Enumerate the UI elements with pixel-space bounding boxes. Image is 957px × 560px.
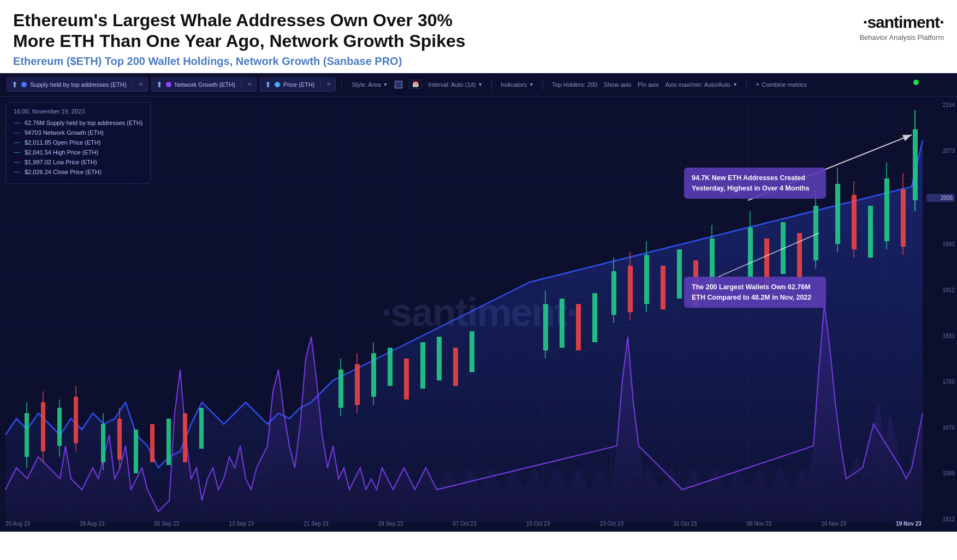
svg-rect-77 bbox=[852, 195, 857, 249]
tab-growth-label: Network Growth (ETH) bbox=[175, 81, 235, 88]
chart-area: ·santiment· bbox=[0, 97, 957, 528]
tab-supply-label: Supply held by top addresses (ETH) bbox=[30, 81, 127, 88]
tooltip-dash-1: — bbox=[14, 129, 20, 136]
axis-minmax-button[interactable]: Axis max/min: Auto/Auto ▼ bbox=[665, 81, 738, 88]
annotation-box-2: The 200 Largest Wallets Own 62.76M ETH C… bbox=[684, 277, 826, 308]
tooltip-row-0: — 62.76M Supply held by top addresses (E… bbox=[14, 119, 142, 127]
toolbar-divider-4 bbox=[746, 79, 747, 90]
tab-supply-close[interactable]: ✕ bbox=[139, 81, 143, 87]
svg-rect-35 bbox=[134, 430, 138, 473]
show-axis-button[interactable]: Show axis bbox=[604, 81, 631, 88]
annotation-text-2: The 200 Largest Wallets Own 62.76M ETH C… bbox=[692, 283, 811, 301]
svg-rect-71 bbox=[781, 222, 786, 274]
y-label-8: 1512 bbox=[926, 516, 955, 522]
tooltip-dash-2: — bbox=[14, 139, 20, 146]
interval-button[interactable]: Interval: Auto (1d) ▼ bbox=[429, 81, 483, 88]
tooltip-row-2: — $2,011.85 Open Price (ETH) bbox=[14, 139, 142, 146]
calendar-icon-btn[interactable]: 📅 bbox=[409, 80, 422, 89]
tab-price-close[interactable]: ✕ bbox=[326, 81, 331, 87]
svg-rect-52 bbox=[611, 271, 616, 315]
x-label-12: 19 Nov 23 bbox=[896, 521, 922, 527]
tooltip-date: 16:00, November 19, 2023 bbox=[14, 108, 142, 115]
pin-axis-button[interactable]: Pin axis bbox=[638, 81, 659, 88]
show-axis-label: Show axis bbox=[604, 81, 631, 88]
svg-rect-50 bbox=[453, 348, 458, 386]
style-button[interactable]: Style: Area ▼ bbox=[352, 81, 388, 88]
svg-rect-25 bbox=[41, 402, 45, 451]
tab-supply-menu[interactable]: ⋮ bbox=[130, 81, 135, 87]
annotation-box-1: 94.7K New ETH Addresses Created Yesterda… bbox=[684, 168, 826, 199]
indicators-arrow: ▼ bbox=[529, 82, 534, 87]
tooltip-text-3: $2,041.54 High Price (ETH) bbox=[25, 149, 98, 156]
svg-rect-56 bbox=[644, 255, 649, 304]
x-label-9: 31 Oct 23 bbox=[673, 521, 697, 527]
y-label-1: 2073 bbox=[926, 148, 955, 154]
tab-growth-close[interactable]: ✕ bbox=[247, 81, 252, 87]
chart-container: ⬆ Supply held by top addresses (ETH) ⋮ ✕… bbox=[0, 73, 957, 532]
svg-rect-54 bbox=[628, 266, 633, 312]
tab-price-label: Price (ETH) bbox=[283, 81, 314, 88]
toolbar: ⬆ Supply held by top addresses (ETH) ⋮ ✕… bbox=[0, 73, 957, 97]
tab-growth-menu[interactable]: ⋮ bbox=[239, 81, 244, 87]
svg-rect-51 bbox=[469, 331, 474, 372]
tooltip-box: 16:00, November 19, 2023 — 62.76M Supply… bbox=[5, 102, 151, 184]
tooltip-text-1: 94703 Network Growth (ETH) bbox=[25, 129, 104, 136]
santiment-logo: santiment bbox=[859, 12, 944, 32]
tooltip-row-4: — $1,997.02 Low Price (ETH) bbox=[14, 158, 142, 166]
interval-label: Interval: Auto (1d) bbox=[429, 81, 476, 88]
toolbar-divider-3 bbox=[543, 79, 543, 90]
svg-rect-58 bbox=[661, 266, 665, 309]
svg-rect-72 bbox=[797, 233, 802, 282]
x-label-10: 08 Nov 23 bbox=[747, 521, 772, 527]
svg-rect-79 bbox=[868, 206, 873, 258]
metric-tab-growth[interactable]: ⬆ Network Growth (ETH) ⋮ ✕ bbox=[151, 78, 257, 92]
svg-rect-68 bbox=[748, 228, 753, 277]
svg-rect-31 bbox=[101, 424, 105, 462]
style-color-box[interactable] bbox=[395, 81, 402, 88]
tooltip-dash-0: — bbox=[14, 119, 20, 127]
svg-rect-44 bbox=[371, 353, 376, 397]
svg-rect-37 bbox=[167, 419, 171, 465]
indicators-button[interactable]: Indicators ▼ bbox=[501, 81, 534, 88]
dot-growth bbox=[166, 82, 171, 87]
axis-minmax-arrow: ▼ bbox=[733, 82, 738, 87]
y-label-3: 1912 bbox=[926, 287, 955, 293]
svg-rect-67 bbox=[592, 293, 597, 342]
tooltip-dash-4: — bbox=[14, 158, 20, 166]
tooltip-row-5: — $2,026.24 Close Price (ETH) bbox=[14, 168, 142, 176]
y-label-highlight: 2005 bbox=[926, 194, 955, 202]
x-label-8: 23 Oct 23 bbox=[600, 521, 623, 527]
svg-rect-63 bbox=[543, 304, 548, 350]
sub-title: Ethereum ($ETH) Top 200 Wallet Holdings,… bbox=[13, 55, 466, 68]
svg-rect-65 bbox=[560, 299, 564, 348]
tooltip-text-4: $1,997.02 Low Price (ETH) bbox=[25, 159, 97, 165]
interval-arrow: ▼ bbox=[478, 82, 483, 87]
svg-rect-23 bbox=[25, 413, 29, 457]
combine-plus-icon: + bbox=[756, 80, 760, 88]
metric-tab-supply[interactable]: ⬆ Supply held by top addresses (ETH) ⋮ ✕ bbox=[7, 78, 148, 92]
toolbar-divider-1 bbox=[341, 79, 342, 90]
svg-rect-82 bbox=[901, 189, 906, 247]
svg-rect-29 bbox=[74, 397, 78, 443]
behavior-text: Behavior Analysis Platform bbox=[859, 33, 944, 41]
combine-metrics-button[interactable]: + Combine metrics bbox=[756, 80, 807, 88]
dot-price bbox=[275, 82, 280, 87]
metric-tab-price[interactable]: ⬆ Price (ETH) ⋮ ✕ bbox=[260, 78, 336, 92]
tooltip-row-1: — 94703 Network Growth (ETH) bbox=[14, 129, 142, 136]
svg-rect-47 bbox=[404, 359, 409, 400]
tab-price-menu[interactable]: ⋮ bbox=[318, 81, 323, 87]
svg-rect-49 bbox=[437, 337, 442, 380]
tab-add-icon-3: ⬆ bbox=[265, 80, 271, 89]
main-title: Ethereum's Largest Whale Addresses Own O… bbox=[13, 10, 466, 52]
svg-rect-42 bbox=[355, 364, 360, 405]
x-label-4: 21 Sep 23 bbox=[304, 521, 329, 527]
header-left: Ethereum's Largest Whale Addresses Own O… bbox=[13, 10, 466, 68]
y-label-4: 1831 bbox=[926, 333, 955, 339]
top-holders-button[interactable]: Top Holders: 200 bbox=[552, 81, 597, 88]
svg-rect-36 bbox=[150, 424, 154, 462]
svg-rect-75 bbox=[835, 184, 840, 244]
style-label: Style: Area bbox=[352, 81, 381, 88]
svg-rect-27 bbox=[57, 408, 62, 446]
tooltip-text-2: $2,011.85 Open Price (ETH) bbox=[25, 139, 100, 146]
tooltip-row-3: — $2,041.54 High Price (ETH) bbox=[14, 148, 142, 156]
